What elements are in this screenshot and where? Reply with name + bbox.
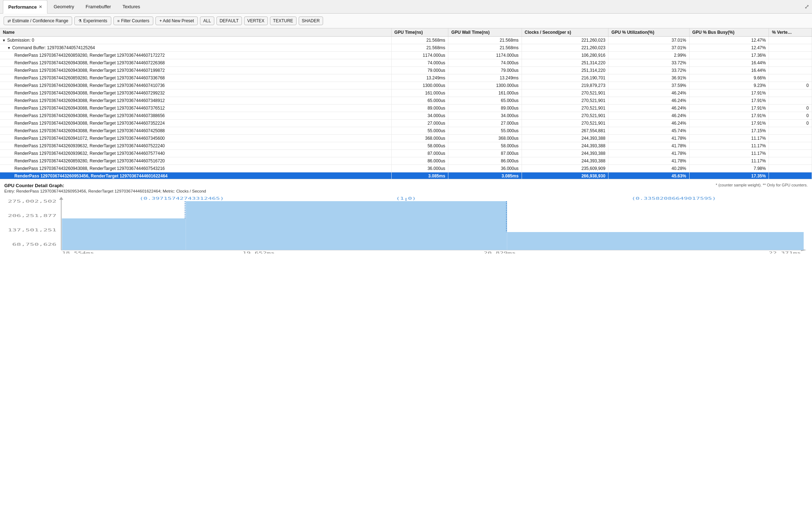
table-row[interactable]: RenderPass 12970367443260859280, RenderT… [0, 157, 812, 165]
cell-gpu_wall: 27.000us [448, 120, 522, 127]
cell-bus_busy: 11.17% [689, 135, 769, 142]
table-row[interactable]: RenderPass 12970367443260943088, RenderT… [0, 59, 812, 67]
cell-bus_busy: 17.36% [689, 52, 769, 59]
add-preset-button[interactable]: + Add New Preset [155, 17, 198, 25]
table-row[interactable]: RenderPass 12970367443260941072, RenderT… [0, 135, 812, 142]
graph-section: GPU Counter Detail Graph: Entry: RenderP… [0, 179, 812, 518]
cell-utilization: 37.01% [608, 37, 689, 44]
cell-utilization: 45.74% [608, 127, 689, 135]
cell-gpu_wall: 368.000us [448, 135, 522, 142]
cell-bus_busy: 16.44% [689, 67, 769, 74]
cell-gpu_wall: 89.000us [448, 105, 522, 112]
cell-clocks: 270,521,901 [522, 97, 608, 105]
maximize-button[interactable]: ⤢ [804, 3, 809, 10]
preset-texture-button[interactable]: TEXTURE [270, 17, 297, 25]
tab-performance-close[interactable]: ✕ [39, 5, 42, 9]
expand-icon[interactable]: ▼ [7, 46, 11, 50]
cell-utilization: 41.78% [608, 142, 689, 150]
table-row[interactable]: RenderPass 12970367443260859280, RenderT… [0, 74, 812, 82]
cell-gpu_wall: 74.000us [448, 59, 522, 67]
cell-utilization: 37.59% [608, 82, 689, 89]
table-row[interactable]: ▼Command Buffer: 1297036744057412526421.… [0, 44, 812, 52]
svg-text:(0.33582086649017595): (0.33582086649017595) [631, 196, 716, 201]
table-row[interactable]: RenderPass 12970367443260943088, RenderT… [0, 127, 812, 135]
cell-clocks: 219,879,273 [522, 82, 608, 89]
filter-button[interactable]: ≡ Filter Counters [113, 17, 153, 25]
cell-gpu_time: 161.000us [391, 89, 448, 97]
cell-bus_busy: 11.17% [689, 142, 769, 150]
preset-all-button[interactable]: ALL [200, 17, 214, 25]
preset-vertex-button[interactable]: VERTEX [244, 17, 268, 25]
experiments-label: Experiments [83, 18, 107, 23]
experiments-button[interactable]: ⚗ Experiments [74, 17, 111, 25]
cell-vertex [769, 67, 812, 74]
table-row[interactable]: RenderPass 12970367443260953456, RenderT… [0, 172, 812, 180]
cell-utilization: 45.63% [608, 172, 689, 180]
table-row[interactable]: RenderPass 12970367443260943088, RenderT… [0, 82, 812, 89]
cell-clocks: 221,260,023 [522, 37, 608, 44]
cell-bus_busy: 17.35% [689, 172, 769, 180]
cell-bus_busy: 11.17% [689, 150, 769, 157]
performance-table: Name GPU Time(ns) GPU Wall Time(ns) Cloc… [0, 28, 812, 179]
cell-clocks: 235,609,909 [522, 165, 608, 172]
filter-label: Filter Counters [121, 18, 149, 23]
graph-entry: Entry: RenderPass 12970367443260953456, … [4, 189, 206, 193]
svg-text:(0.39715742743312465): (0.39715742743312465) [139, 196, 224, 201]
cell-gpu_time: 36.000us [391, 165, 448, 172]
cell-bus_busy: 17.91% [689, 97, 769, 105]
cell-vertex: 0 [769, 105, 812, 112]
cell-bus_busy: 17.91% [689, 120, 769, 127]
col-gpu-wall: GPU Wall Time(ns) [448, 28, 522, 37]
estimate-label: Estimate / Confidence Range [12, 18, 68, 23]
preset-shader-label: SHADER [302, 18, 320, 23]
chart-svg: 275,002,502 206,251,877 137,501,251 68,7… [4, 196, 808, 254]
estimate-button[interactable]: ⇄ Estimate / Confidence Range [4, 17, 72, 25]
table-header-row: Name GPU Time(ns) GPU Wall Time(ns) Cloc… [0, 28, 812, 37]
cell-gpu_wall: 36.000us [448, 165, 522, 172]
cell-gpu_time: 87.000us [391, 150, 448, 157]
preset-all-label: ALL [203, 18, 211, 23]
table-row[interactable]: RenderPass 12970367443260859280, RenderT… [0, 52, 812, 59]
cell-vertex [769, 165, 812, 172]
main-content: ⇄ Estimate / Confidence Range ⚗ Experime… [0, 14, 812, 518]
preset-default-button[interactable]: DEFAULT [216, 17, 242, 25]
tab-textures-label: Textures [122, 4, 140, 9]
cell-utilization: 41.78% [608, 150, 689, 157]
cell-clocks: 106,280,916 [522, 52, 608, 59]
table-row[interactable]: RenderPass 12970367443260939632, RenderT… [0, 150, 812, 157]
table-row[interactable]: ▼Submission: 021.568ms21.568ms221,260,02… [0, 37, 812, 44]
tab-framebuffer[interactable]: Framebuffer [80, 0, 117, 14]
cell-clocks: 251,314,220 [522, 59, 608, 67]
tab-textures[interactable]: Textures [117, 0, 145, 14]
tab-performance-label: Performance [8, 4, 37, 10]
cell-clocks: 216,190,701 [522, 74, 608, 82]
preset-vertex-label: VERTEX [247, 18, 265, 23]
col-vertex: % Verte… [769, 28, 812, 37]
cell-vertex [769, 127, 812, 135]
table-row[interactable]: RenderPass 12970367443260943088, RenderT… [0, 89, 812, 97]
cell-gpu_time: 86.000us [391, 157, 448, 165]
svg-rect-10 [507, 232, 804, 250]
cell-vertex [769, 157, 812, 165]
tab-performance[interactable]: Performance ✕ [3, 0, 47, 14]
tab-geometry[interactable]: Geometry [48, 0, 79, 14]
svg-text:206,251,877: 206,251,877 [8, 213, 57, 218]
cell-utilization: 40.28% [608, 165, 689, 172]
table-row[interactable]: RenderPass 12970367443260943088, RenderT… [0, 120, 812, 127]
add-preset-label: + Add New Preset [159, 18, 194, 23]
col-utilization: GPU % Utilization(%) [608, 28, 689, 37]
cell-gpu_wall: 1174.000us [448, 52, 522, 59]
cell-clocks: 270,521,901 [522, 105, 608, 112]
table-row[interactable]: RenderPass 12970367443260943088, RenderT… [0, 97, 812, 105]
expand-icon[interactable]: ▼ [2, 38, 6, 42]
preset-shader-button[interactable]: SHADER [299, 17, 323, 25]
table-row[interactable]: RenderPass 12970367443260943088, RenderT… [0, 165, 812, 172]
cell-vertex [769, 52, 812, 59]
cell-gpu_wall: 34.000us [448, 112, 522, 120]
table-row[interactable]: RenderPass 12970367443260943088, RenderT… [0, 112, 812, 120]
cell-bus_busy: 9.23% [689, 82, 769, 89]
cell-vertex [769, 74, 812, 82]
table-row[interactable]: RenderPass 12970367443260943088, RenderT… [0, 105, 812, 112]
table-row[interactable]: RenderPass 12970367443260939632, RenderT… [0, 142, 812, 150]
table-row[interactable]: RenderPass 12970367443260943088, RenderT… [0, 67, 812, 74]
